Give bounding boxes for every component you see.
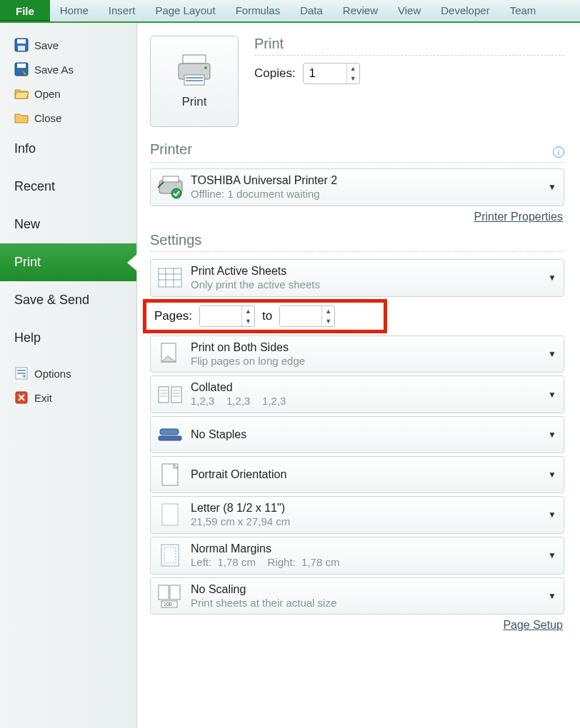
spinner-up-icon[interactable]: ▲ bbox=[347, 64, 359, 74]
tab-team[interactable]: Team bbox=[500, 0, 546, 21]
sidebar-item-label: Exit bbox=[34, 392, 52, 404]
setting-print-active-sheets[interactable]: Print Active Sheets Only print the activ… bbox=[150, 259, 564, 297]
sidebar-item-label: Close bbox=[34, 112, 61, 124]
setting-line2: Flip pages on long edge bbox=[191, 355, 541, 368]
sidebar-save-send[interactable]: Save & Send bbox=[0, 281, 136, 319]
tab-developer[interactable]: Developer bbox=[431, 0, 499, 21]
setting-collated[interactable]: Collated 1,2,3 1,2,3 1,2,3 ▼ bbox=[150, 375, 564, 413]
chevron-down-icon: ▼ bbox=[548, 182, 556, 192]
tab-formulas[interactable]: Formulas bbox=[226, 0, 291, 21]
sidebar-print[interactable]: Print bbox=[0, 243, 136, 281]
pages-to-label: to bbox=[262, 309, 272, 323]
svg-rect-1 bbox=[17, 39, 26, 44]
sidebar-recent[interactable]: Recent bbox=[0, 168, 136, 206]
tab-file[interactable]: File bbox=[0, 0, 50, 21]
folder-close-icon bbox=[14, 111, 29, 125]
setting-both-sides[interactable]: Print on Both Sides Flip pages on long e… bbox=[150, 335, 564, 373]
svg-point-15 bbox=[204, 66, 207, 69]
info-icon[interactable]: i bbox=[553, 146, 564, 158]
setting-staples[interactable]: No Staples ▼ bbox=[150, 416, 564, 453]
setting-margins[interactable]: Normal Margins Left: 1,78 cm Right: 1,78… bbox=[150, 537, 564, 575]
copies-spinner[interactable]: ▲ ▼ bbox=[303, 63, 360, 84]
setting-line1: Print on Both Sides bbox=[191, 340, 541, 355]
sidebar-new[interactable]: New bbox=[0, 206, 136, 243]
chevron-down-icon: ▼ bbox=[548, 430, 556, 440]
sidebar-open[interactable]: Open bbox=[0, 81, 136, 106]
exit-icon bbox=[14, 390, 29, 405]
chevron-down-icon: ▼ bbox=[548, 591, 556, 601]
copies-input[interactable] bbox=[304, 64, 346, 84]
svg-rect-14 bbox=[186, 80, 203, 81]
pages-to-input[interactable] bbox=[280, 306, 321, 326]
spinner-down-icon[interactable]: ▼ bbox=[322, 316, 334, 326]
print-button[interactable]: Print bbox=[150, 36, 239, 127]
spinner-up-icon[interactable]: ▲ bbox=[242, 306, 254, 316]
printer-properties-link[interactable]: Printer Properties bbox=[474, 211, 564, 223]
setting-line1: Portrait Orientation bbox=[191, 467, 541, 482]
sidebar-help[interactable]: Help bbox=[0, 319, 136, 357]
ribbon-tabs: File Home Insert Page Layout Formulas Da… bbox=[0, 0, 580, 23]
svg-rect-24 bbox=[160, 429, 179, 435]
duplex-icon bbox=[156, 340, 184, 368]
setting-scaling[interactable]: 100 No Scaling Print sheets at their act… bbox=[150, 577, 564, 615]
tab-page-layout[interactable]: Page Layout bbox=[145, 0, 225, 21]
printer-name: TOSHIBA Universal Printer 2 bbox=[191, 173, 541, 188]
print-backstage: Print Print Copies: ▲ ▼ Printer bbox=[137, 23, 580, 728]
pages-range-row: Pages: ▲ ▼ to ▲ ▼ bbox=[150, 300, 564, 333]
pages-label: Pages: bbox=[154, 309, 192, 323]
svg-rect-6 bbox=[17, 370, 26, 371]
sidebar-close[interactable]: Close bbox=[0, 106, 136, 130]
svg-rect-19 bbox=[159, 268, 181, 287]
printer-status: Offline: 1 document waiting bbox=[191, 188, 541, 201]
save-icon bbox=[14, 38, 29, 52]
margins-icon bbox=[156, 542, 184, 569]
pages-from-input[interactable] bbox=[200, 306, 241, 326]
sidebar-save-as[interactable]: Save As bbox=[0, 57, 136, 81]
svg-rect-22 bbox=[171, 387, 181, 403]
svg-text:100: 100 bbox=[164, 602, 172, 607]
tab-insert[interactable]: Insert bbox=[99, 0, 146, 21]
chevron-down-icon: ▼ bbox=[548, 273, 556, 283]
svg-rect-10 bbox=[183, 55, 206, 64]
save-as-icon bbox=[14, 62, 29, 76]
svg-rect-13 bbox=[186, 77, 203, 79]
sheets-icon bbox=[156, 264, 184, 291]
portrait-icon bbox=[156, 461, 184, 488]
sidebar-options[interactable]: Options bbox=[0, 361, 136, 385]
setting-line1: Print Active Sheets bbox=[191, 264, 541, 278]
spinner-up-icon[interactable]: ▲ bbox=[322, 306, 334, 316]
page-setup-link[interactable]: Page Setup bbox=[503, 619, 563, 631]
tab-review[interactable]: Review bbox=[333, 0, 388, 21]
sidebar-exit[interactable]: Exit bbox=[0, 385, 136, 410]
pages-from-spinner[interactable]: ▲ ▼ bbox=[199, 305, 255, 327]
settings-heading: Settings bbox=[150, 232, 564, 252]
sidebar-info[interactable]: Info bbox=[0, 130, 136, 168]
collated-icon bbox=[156, 381, 184, 408]
printer-device-icon bbox=[156, 173, 184, 201]
pages-to-spinner[interactable]: ▲ ▼ bbox=[279, 305, 335, 327]
setting-line1: Letter (8 1/2 x 11") bbox=[191, 501, 541, 515]
svg-rect-23 bbox=[159, 436, 181, 440]
tab-home[interactable]: Home bbox=[50, 0, 99, 21]
sidebar-item-label: Open bbox=[34, 88, 61, 100]
svg-rect-30 bbox=[170, 585, 180, 600]
setting-paper-size[interactable]: Letter (8 1/2 x 11") 21,59 cm x 27,94 cm… bbox=[150, 496, 564, 534]
sidebar-item-label: Save As bbox=[34, 64, 74, 76]
svg-point-8 bbox=[23, 375, 26, 378]
tab-view[interactable]: View bbox=[388, 0, 431, 21]
sidebar-item-label: Options bbox=[34, 368, 71, 380]
setting-orientation[interactable]: Portrait Orientation ▼ bbox=[150, 456, 564, 493]
setting-line2: 1,2,3 1,2,3 1,2,3 bbox=[191, 395, 541, 408]
print-heading: Print bbox=[254, 36, 564, 56]
copies-label: Copies: bbox=[254, 66, 296, 81]
printer-selector[interactable]: TOSHIBA Universal Printer 2 Offline: 1 d… bbox=[150, 168, 564, 206]
setting-line1: No Staples bbox=[191, 428, 541, 442]
spinner-down-icon[interactable]: ▼ bbox=[347, 74, 359, 84]
setting-line1: Collated bbox=[191, 380, 541, 395]
svg-rect-7 bbox=[17, 373, 26, 374]
tab-data[interactable]: Data bbox=[290, 0, 333, 21]
options-icon bbox=[14, 366, 29, 380]
printer-heading: Printer bbox=[150, 141, 553, 158]
sidebar-save[interactable]: Save bbox=[0, 33, 136, 57]
spinner-down-icon[interactable]: ▼ bbox=[242, 316, 254, 326]
